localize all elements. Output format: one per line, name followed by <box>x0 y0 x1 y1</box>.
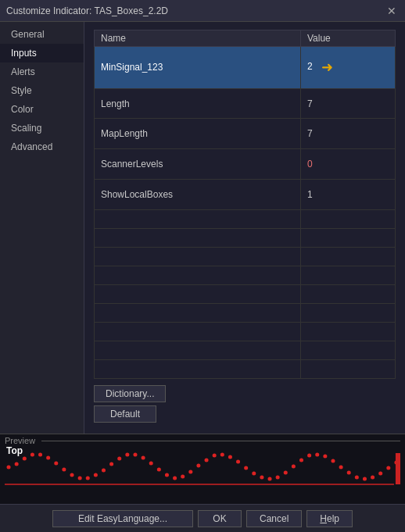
param-value: 7 <box>300 119 395 149</box>
svg-point-39 <box>315 453 319 457</box>
content-panel: Name Value MinSignal_123 2 ➜ Length 7 <box>84 22 405 434</box>
svg-point-26 <box>213 454 217 458</box>
table-row[interactable]: ScannerLevels 0 <box>95 149 396 180</box>
sidebar: General Inputs Alerts Style Color Scalin… <box>0 22 84 434</box>
title-bar-text: Customize Indicator: TAS_Boxes_2.2D <box>6 5 168 16</box>
svg-point-6 <box>54 462 58 466</box>
svg-point-18 <box>149 462 153 466</box>
parameters-table: Name Value MinSignal_123 2 ➜ Length 7 <box>94 30 396 379</box>
param-name: ShowLocalBoxes <box>95 180 301 210</box>
arrow-icon: ➜ <box>321 59 333 76</box>
table-row[interactable]: Length 7 <box>95 88 396 119</box>
svg-point-12 <box>102 469 106 473</box>
edit-easy-language-button[interactable]: Edit EasyLanguage... <box>52 510 193 527</box>
svg-point-16 <box>133 453 137 457</box>
sidebar-item-advanced[interactable]: Advanced <box>0 137 84 156</box>
svg-point-38 <box>307 454 311 458</box>
param-value: 1 <box>300 180 395 210</box>
svg-point-9 <box>78 477 82 480</box>
table-row-empty <box>95 285 396 304</box>
preview-canvas <box>5 447 400 494</box>
sidebar-item-scaling[interactable]: Scaling <box>0 119 84 137</box>
close-button[interactable]: ✕ <box>385 4 399 18</box>
table-row-empty <box>95 341 396 360</box>
title-bar: Customize Indicator: TAS_Boxes_2.2D ✕ <box>0 0 405 22</box>
svg-point-11 <box>94 473 98 477</box>
preview-section: Preview Top <box>0 434 405 504</box>
svg-point-31 <box>252 472 256 476</box>
help-button[interactable]: Help <box>306 510 353 527</box>
svg-point-30 <box>244 466 248 470</box>
svg-point-2 <box>23 457 27 461</box>
svg-point-44 <box>355 476 359 480</box>
sidebar-item-general[interactable]: General <box>0 25 84 44</box>
table-row-empty <box>95 210 396 229</box>
svg-rect-51 <box>396 453 400 484</box>
table-row-empty <box>95 229 396 248</box>
sidebar-item-inputs[interactable]: Inputs <box>0 44 84 62</box>
help-underline: H <box>320 513 327 524</box>
svg-point-45 <box>363 477 367 481</box>
svg-point-24 <box>196 464 200 468</box>
sidebar-item-alerts[interactable]: Alerts <box>0 62 84 81</box>
svg-point-35 <box>284 471 288 475</box>
svg-point-33 <box>267 477 271 481</box>
ok-button[interactable]: OK <box>198 510 242 527</box>
svg-point-13 <box>109 462 113 466</box>
param-name: Length <box>95 88 301 119</box>
wave-chart <box>5 447 400 487</box>
table-row[interactable]: MapLength 7 <box>95 119 396 149</box>
sidebar-item-color[interactable]: Color <box>0 100 84 119</box>
buttons-area: Dictionary... Default <box>94 379 396 426</box>
svg-point-14 <box>117 457 121 461</box>
sidebar-item-style[interactable]: Style <box>0 81 84 100</box>
svg-point-0 <box>7 466 11 470</box>
svg-point-28 <box>228 455 232 459</box>
table-row-empty <box>95 266 396 285</box>
svg-point-37 <box>299 459 303 462</box>
svg-point-42 <box>339 466 343 470</box>
svg-point-23 <box>188 470 192 474</box>
svg-point-48 <box>386 466 390 470</box>
cancel-button[interactable]: Cancel <box>246 510 302 527</box>
svg-point-19 <box>157 468 161 472</box>
svg-point-40 <box>323 455 327 459</box>
svg-point-10 <box>86 477 90 480</box>
table-row-empty <box>95 360 396 379</box>
svg-point-41 <box>331 459 335 463</box>
svg-point-36 <box>292 465 296 469</box>
svg-point-20 <box>165 473 169 477</box>
main-layout: General Inputs Alerts Style Color Scalin… <box>0 22 405 434</box>
svg-point-21 <box>173 477 177 480</box>
svg-point-32 <box>260 476 263 480</box>
param-value: 2 ➜ <box>300 47 395 89</box>
svg-point-34 <box>276 476 280 480</box>
svg-point-8 <box>70 473 73 477</box>
svg-point-47 <box>378 472 382 476</box>
param-name: MinSignal_123 <box>95 47 301 89</box>
svg-point-25 <box>205 459 209 462</box>
svg-point-17 <box>142 456 145 460</box>
svg-point-4 <box>38 453 42 457</box>
svg-point-7 <box>62 468 66 472</box>
column-header-value: Value <box>300 30 395 47</box>
svg-point-5 <box>46 456 50 460</box>
svg-point-3 <box>30 453 34 457</box>
svg-point-27 <box>220 453 224 457</box>
preview-label: Preview <box>5 436 400 445</box>
param-value: 0 <box>300 149 395 180</box>
table-row-empty <box>95 323 396 341</box>
svg-point-15 <box>125 453 129 457</box>
svg-point-29 <box>236 460 240 464</box>
param-name: ScannerLevels <box>95 149 301 180</box>
param-value: 7 <box>300 88 395 119</box>
dictionary-button[interactable]: Dictionary... <box>94 385 166 402</box>
table-row[interactable]: MinSignal_123 2 ➜ <box>95 47 396 89</box>
svg-point-43 <box>347 471 351 475</box>
column-header-name: Name <box>95 30 301 47</box>
svg-point-1 <box>15 462 19 466</box>
table-row-empty <box>95 304 396 323</box>
default-button[interactable]: Default <box>94 405 156 423</box>
table-row[interactable]: ShowLocalBoxes 1 <box>95 180 396 210</box>
param-name: MapLength <box>95 119 301 149</box>
